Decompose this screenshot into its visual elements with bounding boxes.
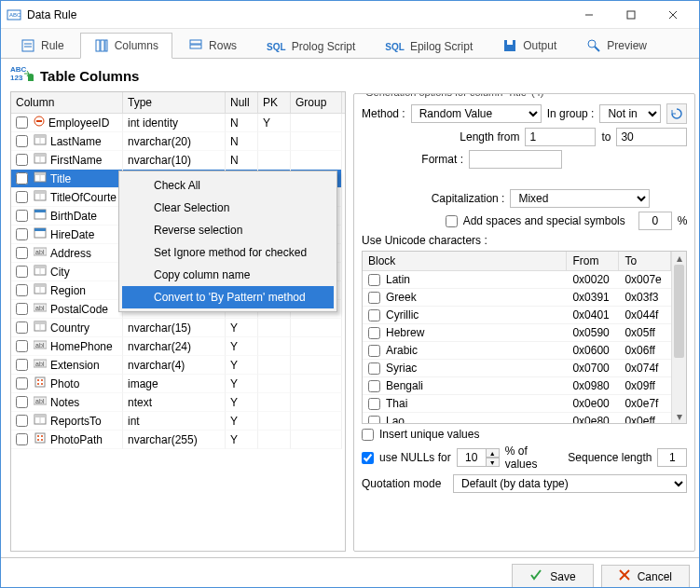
row-checkbox[interactable] bbox=[16, 116, 28, 129]
menu-copy-column-name[interactable]: Copy column name bbox=[122, 264, 334, 286]
table-row[interactable]: FirstNamenvarchar(10)N bbox=[11, 151, 345, 170]
row-checkbox[interactable] bbox=[16, 247, 28, 259]
tab-epilog[interactable]: SQL Epilog Script bbox=[371, 34, 487, 58]
unicode-row-checkbox[interactable] bbox=[368, 292, 380, 304]
menu-reverse-selection[interactable]: Reverse selection bbox=[122, 219, 334, 241]
col-header-type[interactable]: Type bbox=[123, 92, 226, 113]
unicode-table[interactable]: Block From To Latin0x00200x007e Greek0x0… bbox=[362, 251, 687, 424]
table-row[interactable]: PhotoimageY bbox=[11, 375, 345, 393]
unicode-block-name: Cyrillic bbox=[386, 308, 419, 321]
menu-set-ignore[interactable]: Set Ignore method for checked bbox=[122, 241, 334, 264]
row-checkbox[interactable] bbox=[16, 210, 28, 222]
close-button[interactable] bbox=[652, 2, 693, 28]
tab-rule[interactable]: Rule bbox=[7, 33, 78, 58]
unicode-row[interactable]: Hebrew0x05900x05ff bbox=[363, 324, 671, 342]
tab-output[interactable]: Output bbox=[488, 33, 570, 58]
unicode-row[interactable]: Cyrillic0x04010x044f bbox=[363, 307, 671, 324]
unicode-row-checkbox[interactable] bbox=[368, 327, 380, 339]
cancel-label: Cancel bbox=[638, 570, 672, 583]
row-checkbox[interactable] bbox=[16, 321, 28, 334]
ingroup-select[interactable]: Not in bbox=[599, 104, 661, 123]
unicode-row-checkbox[interactable] bbox=[368, 362, 380, 375]
table-row[interactable]: abIHomePhonenvarchar(24)Y bbox=[11, 337, 345, 356]
row-checkbox[interactable] bbox=[16, 359, 28, 371]
seqlen-input[interactable] bbox=[657, 448, 687, 467]
row-checkbox[interactable] bbox=[16, 340, 28, 352]
menu-clear-selection[interactable]: Clear Selection bbox=[122, 197, 334, 219]
unicode-row-checkbox[interactable] bbox=[368, 309, 380, 321]
add-special-checkbox[interactable] bbox=[446, 215, 458, 227]
unicode-row[interactable]: Greek0x03910x03f3 bbox=[363, 289, 671, 307]
row-checkbox[interactable] bbox=[16, 433, 28, 445]
table-row[interactable]: PhotoPathnvarchar(255)Y bbox=[11, 431, 345, 449]
tab-columns[interactable]: Columns bbox=[80, 33, 172, 59]
capitalization-select[interactable]: Mixed bbox=[510, 189, 650, 208]
unicode-row-checkbox[interactable] bbox=[368, 416, 380, 424]
col-header-pk[interactable]: PK bbox=[258, 92, 291, 113]
table-row[interactable]: ReportsTointY bbox=[11, 412, 345, 431]
quotation-select[interactable]: Default (by data type) bbox=[453, 474, 687, 493]
unicode-scrollbar[interactable]: ▴ ▾ bbox=[671, 252, 686, 423]
unicode-row[interactable]: Latin0x00200x007e bbox=[363, 271, 671, 289]
length-to-input[interactable] bbox=[616, 128, 687, 146]
uni-header-from[interactable]: From bbox=[567, 252, 619, 270]
row-checkbox[interactable] bbox=[16, 377, 28, 390]
unicode-row-checkbox[interactable] bbox=[368, 398, 380, 410]
unicode-row[interactable]: Lao0x0e800x0eff bbox=[363, 413, 671, 423]
row-checkbox[interactable] bbox=[16, 154, 28, 166]
svg-text:abI: abI bbox=[35, 249, 45, 255]
uni-header-block[interactable]: Block bbox=[363, 252, 567, 270]
column-pk bbox=[258, 412, 291, 431]
tab-preview[interactable]: Preview bbox=[572, 33, 661, 58]
row-checkbox[interactable] bbox=[16, 303, 28, 315]
unicode-row-checkbox[interactable] bbox=[368, 345, 380, 357]
row-checkbox[interactable] bbox=[16, 284, 28, 296]
uni-header-to[interactable]: To bbox=[619, 252, 671, 270]
unicode-row[interactable]: Syriac0x07000x074f bbox=[363, 360, 671, 377]
insert-unique-checkbox[interactable] bbox=[362, 429, 374, 441]
length-from-input[interactable] bbox=[525, 128, 596, 146]
col-header-group[interactable]: Group bbox=[291, 92, 342, 113]
scroll-down-icon[interactable]: ▾ bbox=[672, 410, 686, 423]
refresh-icon-button[interactable] bbox=[666, 103, 687, 124]
col-header-column[interactable]: Column bbox=[11, 92, 123, 113]
scroll-up-icon[interactable]: ▴ bbox=[672, 252, 686, 265]
row-checkbox[interactable] bbox=[16, 191, 28, 203]
unicode-row[interactable]: Thai0x0e000x0e7f bbox=[363, 395, 671, 413]
unicode-row-checkbox[interactable] bbox=[368, 380, 380, 392]
row-checkbox[interactable] bbox=[16, 135, 28, 147]
add-special-pct-input[interactable] bbox=[638, 212, 672, 230]
menu-convert-by-pattern[interactable]: Convert to 'By Pattern' method bbox=[122, 286, 334, 308]
table-row[interactable]: LastNamenvarchar(20)N bbox=[11, 132, 345, 151]
table-row[interactable]: Countrynvarchar(15)Y bbox=[11, 319, 345, 337]
maximize-button[interactable] bbox=[610, 2, 652, 28]
unicode-block-name: Lao bbox=[386, 415, 405, 423]
use-nulls-checkbox[interactable] bbox=[362, 452, 374, 464]
row-checkbox[interactable] bbox=[16, 415, 28, 427]
unicode-row[interactable]: Bengali0x09800x09ff bbox=[363, 377, 671, 395]
format-input[interactable] bbox=[469, 150, 562, 169]
unicode-row[interactable]: Arabic0x06000x06ff bbox=[363, 342, 671, 360]
pct-values-label: % of values bbox=[505, 444, 563, 471]
unicode-row-checkbox[interactable] bbox=[368, 274, 380, 286]
menu-check-all[interactable]: Check All bbox=[122, 174, 334, 197]
table-row[interactable]: EmployeeIDint identityNY bbox=[11, 114, 345, 132]
row-checkbox[interactable] bbox=[16, 396, 28, 408]
table-row[interactable]: abIExtensionnvarchar(4)Y bbox=[11, 356, 345, 375]
spin-down-icon[interactable]: ▼ bbox=[487, 458, 500, 467]
spin-up-icon[interactable]: ▲ bbox=[487, 448, 500, 458]
cancel-button[interactable]: Cancel bbox=[601, 565, 690, 588]
row-checkbox[interactable] bbox=[16, 172, 28, 185]
table-row[interactable]: abINotesntextY bbox=[11, 393, 345, 412]
row-checkbox[interactable] bbox=[16, 266, 28, 278]
columns-grid[interactable]: Column Type Null PK Group EmployeeIDint … bbox=[10, 91, 346, 552]
tab-rows[interactable]: Rows bbox=[174, 33, 251, 58]
row-checkbox[interactable] bbox=[16, 228, 28, 240]
nulls-pct-input[interactable] bbox=[457, 448, 487, 467]
minimize-button[interactable] bbox=[568, 2, 610, 28]
save-button[interactable]: Save bbox=[512, 564, 593, 588]
tab-prolog[interactable]: SQL Prolog Script bbox=[253, 34, 369, 58]
col-header-null[interactable]: Null bbox=[226, 92, 258, 113]
method-select[interactable]: Random Value bbox=[411, 104, 542, 123]
scroll-thumb[interactable] bbox=[674, 265, 684, 358]
